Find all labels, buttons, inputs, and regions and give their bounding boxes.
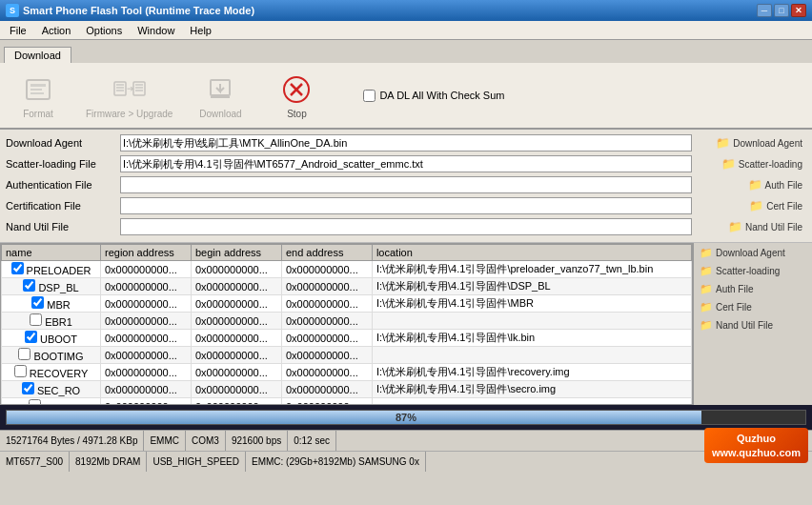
menu-file[interactable]: File	[2, 23, 34, 38]
folder-icon-3: 📁	[748, 178, 762, 192]
scatter-table: name region address begin address end ad…	[1, 244, 692, 405]
row-begin: 0x000000000...	[191, 330, 281, 347]
toolbar: Format ➔ Firmware > Upgrade Download Sto…	[0, 63, 812, 130]
row-checkbox[interactable]	[14, 365, 27, 377]
row-checkbox[interactable]	[29, 399, 41, 405]
row-name: EBR1	[45, 316, 72, 328]
row-checkbox[interactable]	[22, 382, 34, 394]
row-checkbox[interactable]	[11, 262, 24, 274]
row-location	[372, 347, 691, 364]
right-btn-label: Download Agent	[716, 248, 785, 258]
bottom-storage-info: EMMC: (29Gb+8192Mb) SAMSUNG 0x	[246, 452, 426, 472]
folder-icon-5: 📁	[728, 220, 742, 233]
right-btn-label: Nand Util File	[716, 320, 773, 331]
folder-icon-4: 📁	[749, 199, 763, 212]
cert-file-label: Certification File	[6, 200, 120, 212]
maximize-button[interactable]: □	[774, 4, 789, 17]
row-region: 0x000000000...	[100, 347, 191, 364]
scatter-loading-input[interactable]	[120, 155, 692, 172]
scatter-table-container[interactable]: name region address begin address end ad…	[0, 243, 693, 405]
right-btn-label: Scatter-loading	[716, 266, 780, 276]
folder-icon: 📁	[700, 265, 713, 277]
svg-rect-7	[116, 90, 124, 91]
cert-file-browse-button[interactable]: 📁 Cert File	[745, 198, 806, 213]
progress-area: 87%	[0, 405, 812, 430]
right-btn-scatter-loading[interactable]: 📁Scatter-loading	[696, 263, 810, 279]
firmware-label: Firmware > Upgrade	[86, 109, 173, 119]
bottom-usb: USB_HIGH_SPEED	[147, 452, 246, 472]
row-end: 0x000000000...	[281, 278, 372, 295]
firmware-icon: ➔	[112, 72, 147, 107]
titlebar: S Smart Phone Flash Tool (Runtime Trace …	[0, 0, 812, 21]
row-region: 0x000000000...	[100, 295, 191, 313]
right-buttons-panel: 📁Download Agent📁Scatter-loading📁Auth Fil…	[693, 243, 812, 405]
menu-window[interactable]: Window	[130, 23, 182, 38]
download-agent-input[interactable]	[120, 134, 692, 152]
tab-download[interactable]: Download	[4, 47, 71, 63]
download-agent-browse-button[interactable]: 📁 Download Agent	[712, 135, 806, 151]
bottom-chip: MT6577_S00	[0, 452, 70, 472]
nand-util-browse-button[interactable]: 📁 Nand Util File	[724, 219, 806, 234]
da-dl-checkbox-label: DA DL All With Check Sum	[379, 90, 504, 101]
row-checkbox[interactable]	[30, 313, 42, 326]
folder-icon: 📁	[700, 319, 713, 332]
download-icon	[203, 72, 237, 107]
row-checkbox[interactable]	[18, 348, 30, 360]
format-button[interactable]: Format	[10, 72, 67, 119]
row-checkbox[interactable]	[23, 279, 35, 292]
row-checkbox[interactable]	[25, 331, 37, 343]
row-location: I:\优米刷机专用\4.1引导固件\MBR	[372, 295, 691, 313]
folder-icon: 📁	[700, 247, 713, 259]
scatter-area: name region address begin address end ad…	[0, 243, 812, 405]
right-btn-cert-file[interactable]: 📁Cert File	[696, 299, 810, 315]
cert-file-row: Certification File 📁 Cert File	[6, 196, 806, 215]
auth-file-input[interactable]	[120, 176, 692, 193]
svg-rect-5	[116, 84, 124, 86]
auth-file-row: Authentication File 📁 Auth File	[6, 175, 806, 194]
right-btn-auth-file[interactable]: 📁Auth File	[696, 281, 810, 297]
menu-options[interactable]: Options	[78, 23, 130, 38]
row-begin: 0x000000000...	[191, 398, 281, 406]
progress-bar-outer: 87%	[6, 410, 806, 425]
scatter-loading-label: Scatter-loading File	[6, 158, 120, 170]
svg-rect-12	[135, 90, 143, 91]
watermark-line1: Quzhuo	[712, 432, 801, 445]
right-btn-download-agent[interactable]: 📁Download Agent	[696, 245, 810, 261]
scatter-loading-browse-button[interactable]: 📁 Scatter-loading	[718, 156, 806, 172]
table-row: LOGO 0x000000000... 0x000000000... 0x000…	[2, 398, 692, 406]
da-dl-checkbox-area: DA DL All With Check Sum	[363, 90, 504, 102]
row-name: UBOOT	[40, 333, 77, 345]
bottombar: MT6577_S00 8192Mb DRAM USB_HIGH_SPEED EM…	[0, 451, 812, 472]
nand-util-input[interactable]	[120, 218, 692, 235]
auth-file-browse-button[interactable]: 📁 Auth File	[744, 177, 806, 192]
right-btn-nand-util-file[interactable]: 📁Nand Util File	[696, 317, 810, 333]
svg-rect-1	[30, 84, 46, 87]
nand-util-label: Nand Util File	[6, 221, 120, 232]
stop-button[interactable]: Stop	[268, 72, 325, 119]
table-row: PRELOADER 0x000000000... 0x000000000... …	[2, 261, 692, 278]
row-location: I:\优米刷机专用\4.1引导固件\DSP_BL	[372, 278, 691, 295]
minimize-button[interactable]: ─	[757, 4, 772, 17]
menu-help[interactable]: Help	[182, 23, 219, 38]
format-label: Format	[23, 109, 53, 119]
col-region: region address	[100, 245, 191, 261]
cert-file-input[interactable]	[120, 197, 692, 214]
da-dl-checkbox[interactable]	[363, 90, 376, 102]
row-end: 0x000000000...	[281, 398, 372, 406]
download-button[interactable]: Download	[192, 72, 249, 119]
row-name: SEC_RO	[37, 385, 80, 396]
table-row: RECOVERY 0x000000000... 0x000000000... 0…	[2, 364, 692, 381]
table-row: BOOTIMG 0x000000000... 0x000000000... 0x…	[2, 347, 692, 364]
status-port: COM3	[186, 431, 226, 451]
row-begin: 0x000000000...	[191, 295, 281, 313]
menu-action[interactable]: Action	[34, 23, 79, 38]
progress-text: 87%	[7, 411, 805, 424]
row-begin: 0x000000000...	[191, 261, 281, 278]
folder-icon: 📁	[700, 301, 713, 313]
firmware-upgrade-button[interactable]: ➔ Firmware > Upgrade	[86, 72, 173, 119]
row-region: 0x000000000...	[100, 398, 191, 406]
close-button[interactable]: ✕	[791, 4, 806, 17]
table-row: DSP_BL 0x000000000... 0x000000000... 0x0…	[2, 278, 692, 295]
row-checkbox[interactable]	[31, 296, 44, 309]
right-btn-label: Cert File	[716, 302, 752, 313]
